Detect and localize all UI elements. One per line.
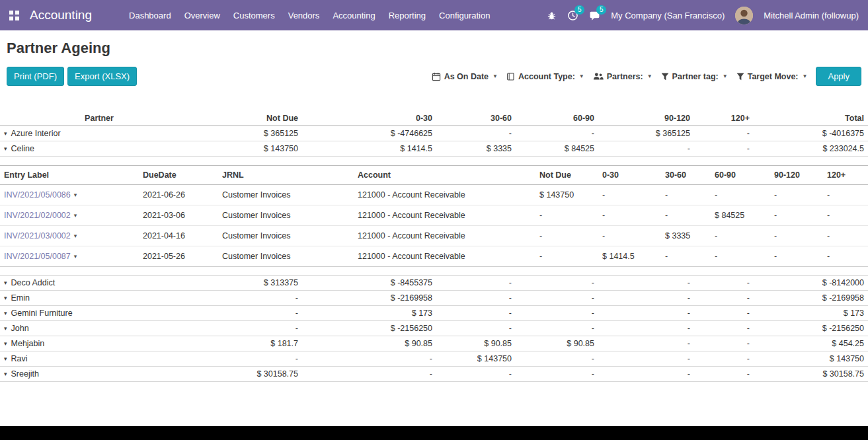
partner-row[interactable]: ▾Ravi - - $ 143750 - - - $ 143750 (0, 351, 868, 367)
entry-journal: Customer Invoices (218, 246, 354, 267)
partner-row[interactable]: ▾Deco Addict $ 313375 $ -8455375 - - - -… (0, 275, 868, 291)
amount-not-due: $ 30158.75 (198, 367, 302, 382)
entry-dropdown-caret-icon[interactable]: ▾ (74, 253, 77, 260)
menu-accounting[interactable]: Accounting (333, 11, 375, 20)
amount-total: $ 454.25 (754, 336, 868, 351)
collapse-caret-icon[interactable]: ▾ (4, 295, 7, 301)
amount-30-60: - (436, 367, 516, 382)
amount-not-due: - (198, 321, 302, 336)
filters-bar: As On Date ▼ Account Type: ▼ (432, 67, 861, 86)
entry-120-plus: - (823, 205, 868, 226)
partner-row[interactable]: ▾Sreejith $ 30158.75 - - - - - $ 30158.7… (0, 367, 868, 382)
menu-configuration[interactable]: Configuration (439, 11, 490, 20)
menu-overview[interactable]: Overview (184, 11, 220, 20)
amount-90-120: - (598, 367, 694, 382)
partner-name: Gemini Furniture (11, 309, 73, 318)
collapse-caret-icon[interactable]: ▾ (4, 340, 7, 347)
filter-icon (661, 73, 669, 81)
filter-target-move[interactable]: Target Move: ▼ (736, 72, 808, 81)
user-menu[interactable]: Mitchell Admin (followup) (764, 11, 859, 20)
entry-not-due: - (535, 205, 598, 226)
collapse-caret-icon[interactable]: ▾ (4, 279, 7, 286)
collapse-caret-icon[interactable]: ▾ (4, 145, 7, 152)
entry-row: INV/2021/03/0002▾ 2021-04-16 Customer In… (0, 226, 868, 246)
col-not-due: Not Due (535, 166, 598, 185)
partner-row[interactable]: ▾Gemini Furniture - $ 173 - - - - $ 173 (0, 306, 868, 321)
amount-120-plus: - (694, 351, 754, 367)
apply-button[interactable]: Apply (816, 67, 861, 86)
entry-0-30: - (598, 226, 661, 246)
collapse-caret-icon[interactable]: ▾ (4, 310, 7, 316)
entry-row: INV/2021/05/0087▾ 2021-05-26 Customer In… (0, 246, 868, 267)
filter-account-type[interactable]: Account Type: ▼ (506, 72, 584, 81)
amount-60-90: - (516, 351, 598, 367)
user-avatar[interactable] (735, 7, 753, 24)
entry-dropdown-caret-icon[interactable]: ▾ (74, 192, 77, 198)
entry-dropdown-caret-icon[interactable]: ▾ (74, 212, 77, 219)
amount-not-due: $ 313375 (198, 275, 302, 291)
filter-partners[interactable]: Partners: ▼ (593, 72, 652, 81)
amount-0-30: $ -8455375 (302, 275, 436, 291)
col-jrnl: JRNL (218, 166, 354, 185)
apps-menu-icon[interactable] (9, 11, 19, 20)
entry-dropdown-caret-icon[interactable]: ▾ (74, 233, 77, 239)
menu-vendors[interactable]: Vendors (288, 11, 320, 20)
amount-0-30: $ -2156250 (302, 321, 436, 336)
app-brand[interactable]: Accounting (30, 8, 92, 22)
filter-as-on-date[interactable]: As On Date ▼ (432, 72, 498, 81)
partner-row[interactable]: ▾Celine $ 143750 $ 1414.5 $ 3335 $ 84525… (0, 141, 868, 157)
amount-not-due: $ 143750 (198, 141, 302, 157)
partner-row[interactable]: ▾Azure Interior $ 365125 $ -4746625 - - … (0, 126, 868, 141)
activity-clock-icon[interactable]: 5 (567, 10, 578, 21)
collapse-caret-icon[interactable]: ▾ (4, 371, 7, 377)
entry-link[interactable]: INV/2021/02/0002 (4, 211, 71, 220)
collapse-caret-icon[interactable]: ▾ (4, 355, 7, 362)
bottom-black-bar (0, 426, 868, 440)
entry-60-90: - (711, 226, 770, 246)
menu-customers[interactable]: Customers (233, 11, 275, 20)
partner-row[interactable]: ▾Emin - $ -2169958 - - - - $ -2169958 (0, 291, 868, 306)
menu-reporting[interactable]: Reporting (389, 11, 426, 20)
amount-60-90: - (516, 367, 598, 382)
entry-link[interactable]: INV/2021/05/0086 (4, 190, 71, 200)
amount-total: $ 30158.75 (754, 367, 868, 382)
collapse-caret-icon[interactable]: ▾ (4, 325, 7, 332)
detail-header-row: Entry Label DueDate JRNL Account Not Due… (0, 166, 868, 185)
collapse-caret-icon[interactable]: ▾ (4, 130, 7, 137)
page-title: Partner Ageing (7, 40, 861, 57)
activity-count-badge: 5 (574, 5, 584, 15)
users-icon (593, 72, 604, 81)
amount-90-120: - (598, 141, 694, 157)
company-switcher[interactable]: My Company (San Francisco) (611, 11, 725, 20)
amount-30-60: - (436, 291, 516, 306)
entry-60-90: $ 84525 (711, 205, 770, 226)
filter-label: Account Type: (518, 72, 575, 81)
col-30-60: 30-60 (436, 111, 516, 126)
print-pdf-button[interactable]: Print (PDF) (7, 67, 64, 86)
export-xlsx-button[interactable]: Export (XLSX) (67, 67, 137, 86)
entry-30-60: - (661, 205, 711, 226)
entry-link[interactable]: INV/2021/05/0087 (4, 252, 71, 261)
amount-30-60: - (436, 321, 516, 336)
messages-icon[interactable]: 5 (589, 10, 600, 21)
entry-120-plus: - (823, 246, 868, 267)
entry-120-plus: - (823, 226, 868, 246)
partner-row[interactable]: ▾John - $ -2156250 - - - - $ -2156250 (0, 321, 868, 336)
amount-120-plus: - (694, 291, 754, 306)
menu-dashboard[interactable]: Dashboard (129, 11, 171, 20)
bug-icon[interactable] (547, 11, 557, 20)
entry-journal: Customer Invoices (218, 226, 354, 246)
partner-name: Ravi (11, 354, 28, 363)
amount-120-plus: - (694, 141, 754, 157)
amount-not-due: - (198, 351, 302, 367)
col-0-30: 0-30 (302, 111, 436, 126)
amount-90-120: - (598, 275, 694, 291)
entry-0-30: - (598, 185, 661, 205)
entry-link[interactable]: INV/2021/03/0002 (4, 231, 71, 240)
entry-account: 121000 - Account Receivable (354, 226, 535, 246)
amount-total: $ -8142000 (754, 275, 868, 291)
filter-partner-tag[interactable]: Partner tag: ▼ (661, 72, 728, 81)
partner-row[interactable]: ▾Mehjabin $ 181.7 $ 90.85 $ 90.85 $ 90.8… (0, 336, 868, 351)
chevron-down-icon: ▼ (493, 73, 498, 79)
entry-0-30: $ 1414.5 (598, 246, 661, 267)
